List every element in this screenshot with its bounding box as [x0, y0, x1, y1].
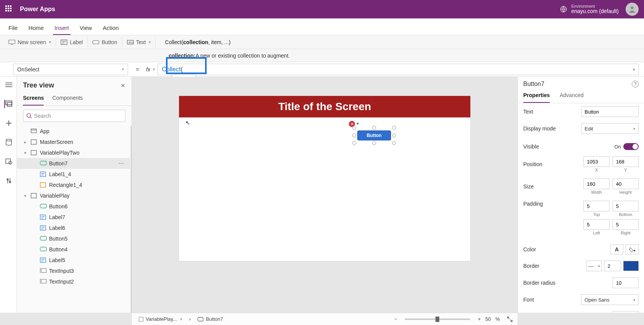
tree-item-label6[interactable]: Label6 — [17, 223, 130, 233]
add-icon[interactable] — [4, 119, 13, 127]
tab-advanced[interactable]: Advanced — [560, 89, 583, 103]
text-color-swatch[interactable]: A — [610, 244, 623, 254]
tree-item-label5[interactable]: Label5 — [17, 255, 130, 266]
zoom-out-button[interactable]: − — [394, 316, 398, 322]
search-placeholder: Search — [34, 113, 51, 119]
tree-item-label: Label7 — [49, 214, 65, 220]
tree-item-textinput2[interactable]: TextInput2 — [17, 276, 130, 287]
tree-item-button7[interactable]: Button7⋯ — [17, 158, 130, 169]
data-icon[interactable] — [4, 138, 13, 147]
property-selector[interactable]: OnSelect ▾ — [13, 64, 128, 75]
position-y-input[interactable] — [613, 156, 639, 167]
avatar[interactable] — [626, 3, 639, 16]
tree-item-textinput3[interactable]: TextInput3 — [17, 266, 130, 276]
font-size-input[interactable] — [613, 311, 639, 313]
text-icon: Abc — [127, 40, 134, 45]
tools-icon[interactable] — [4, 177, 13, 185]
width-input[interactable] — [583, 178, 610, 189]
tab-properties[interactable]: Properties — [523, 89, 550, 103]
new-screen-label: New screen — [18, 39, 46, 45]
prop-size-label: Size — [523, 183, 534, 190]
expand-icon[interactable]: ▸ — [23, 140, 28, 145]
insert-button-button[interactable]: Button — [88, 37, 122, 48]
tree-item-masterscreen[interactable]: ▸MasterScreen — [17, 137, 130, 147]
expand-icon[interactable] — [507, 316, 513, 322]
position-x-input[interactable] — [583, 156, 610, 167]
insert-text-button[interactable]: Abc Text ▾ — [122, 37, 156, 48]
zoom-slider[interactable] — [405, 318, 470, 320]
height-input[interactable] — [613, 178, 639, 189]
button-icon — [92, 40, 99, 45]
menu-action[interactable]: Action — [101, 21, 120, 35]
chevron-down-icon[interactable]: ▾ — [356, 121, 359, 126]
environment-picker[interactable]: Environment enayu.com (default) — [560, 4, 619, 14]
tree-item-label7[interactable]: Label7 — [17, 212, 130, 223]
menu-insert[interactable]: Insert — [53, 21, 71, 35]
fx-button[interactable]: fx▾ — [143, 66, 158, 73]
visible-toggle[interactable] — [623, 143, 639, 150]
tree-item-rectangle1_4[interactable]: Rectangle1_4 — [17, 180, 130, 190]
breadcrumb-control[interactable]: Button7 — [195, 315, 225, 323]
expand-icon[interactable]: ▾ — [23, 193, 28, 198]
expand-icon[interactable]: ▾ — [23, 150, 28, 155]
insert-label-text: Label — [70, 39, 83, 45]
menu-view[interactable]: View — [78, 21, 94, 35]
menu-file[interactable]: File — [7, 21, 19, 35]
canvas[interactable]: Title of the Screen — [179, 96, 470, 261]
formula-input[interactable]: Collect( ▾ — [158, 64, 639, 75]
tree-view-icon[interactable] — [4, 100, 13, 108]
tree-item-button6[interactable]: Button6 — [17, 201, 130, 212]
svg-rect-14 — [7, 102, 12, 106]
tree-item-label1_4[interactable]: Label1_4 — [17, 169, 130, 180]
tree-search[interactable]: Search — [23, 110, 125, 122]
svg-rect-53 — [198, 317, 203, 321]
tree-item-variableplay[interactable]: ▾VariablePlay — [17, 190, 130, 201]
tree-item-app[interactable]: App — [17, 126, 130, 137]
selection-handles[interactable]: Button ✕ ▾ — [354, 128, 394, 143]
tree-item-button4[interactable]: Button4 — [17, 244, 130, 255]
prop-position-label: Position — [523, 161, 542, 167]
canvas-button[interactable]: Button — [357, 130, 391, 140]
tree-item-label: TextInput3 — [49, 268, 74, 274]
border-width-input[interactable] — [604, 261, 621, 271]
border-style-select[interactable]: —▾ — [586, 261, 602, 271]
border-color-swatch[interactable] — [623, 261, 639, 271]
tree-item-label: VariablePlayTwo — [40, 150, 79, 156]
prop-border-label: Border — [523, 263, 539, 269]
padding-top-input[interactable] — [583, 201, 610, 211]
svg-rect-4 — [61, 40, 67, 45]
help-icon[interactable]: ? — [632, 81, 639, 87]
tree-item-variableplaytwo[interactable]: ▾VariablePlayTwo — [17, 147, 130, 158]
fill-color-swatch[interactable] — [626, 244, 639, 254]
waffle-icon[interactable] — [5, 5, 13, 13]
border-radius-input[interactable] — [613, 277, 639, 288]
chevron-down-icon: ▾ — [633, 127, 635, 131]
tab-components[interactable]: Components — [52, 92, 82, 106]
tree-item-label: Button4 — [49, 246, 67, 252]
zoom-in-button[interactable]: + — [478, 316, 481, 322]
tree-item-button5[interactable]: Button5 — [17, 233, 130, 244]
breadcrumb-screen[interactable]: VariablePlay... ▾ — [136, 315, 184, 323]
prop-display-select[interactable]: Edit▾ — [581, 123, 639, 134]
label-icon — [40, 257, 46, 263]
hamburger-icon[interactable] — [4, 81, 13, 89]
prop-text-input[interactable] — [581, 106, 639, 117]
tab-screens[interactable]: Screens — [23, 92, 44, 106]
media-icon[interactable] — [4, 157, 13, 166]
breadcrumb-separator: › — [189, 316, 191, 322]
btn-icon — [40, 161, 46, 166]
screen-title: Title of the Screen — [179, 96, 470, 117]
padding-right-input[interactable] — [613, 219, 639, 230]
more-icon[interactable]: ⋯ — [118, 160, 125, 167]
chevron-down-icon: ▾ — [633, 67, 635, 72]
insert-label-button[interactable]: Label — [56, 37, 88, 48]
menu-home[interactable]: Home — [27, 21, 45, 35]
padding-left-input[interactable] — [583, 219, 610, 230]
new-screen-button[interactable]: New screen ▾ — [4, 37, 56, 48]
close-icon[interactable]: ✕ — [121, 82, 125, 89]
chevron-down-icon: ▾ — [49, 40, 51, 44]
environment-name: enayu.com (default) — [571, 8, 619, 14]
tree-tabs: Screens Components — [17, 92, 131, 106]
font-select[interactable]: Open Sans▾ — [581, 294, 639, 305]
padding-bottom-input[interactable] — [613, 201, 639, 211]
